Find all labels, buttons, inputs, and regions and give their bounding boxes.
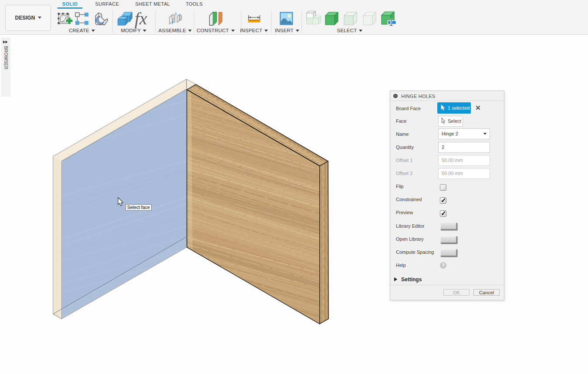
- svg-text:fx: fx: [135, 9, 147, 28]
